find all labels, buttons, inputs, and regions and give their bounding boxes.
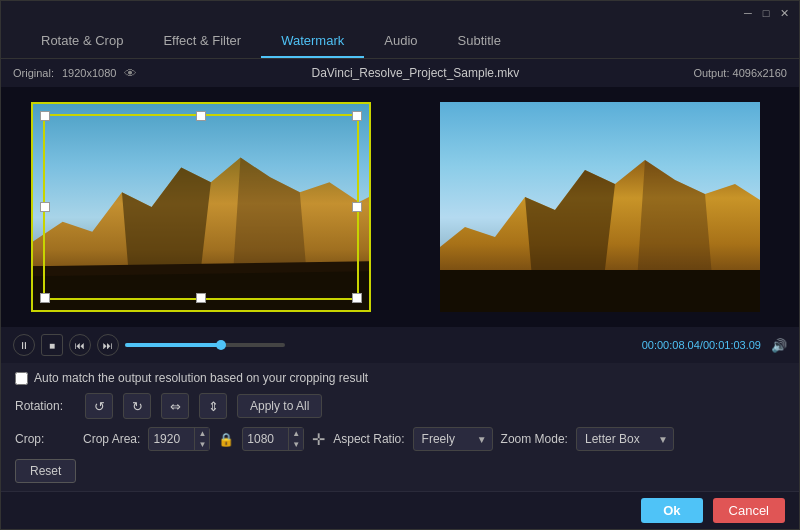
crop-handle-ml[interactable] (40, 202, 50, 212)
next-button[interactable]: ⏭ (97, 334, 119, 356)
tab-watermark[interactable]: Watermark (261, 25, 364, 58)
crop-height-input[interactable]: 1080 (243, 432, 288, 446)
crop-width-input-wrap: 1920 ▲ ▼ (148, 427, 210, 451)
tab-audio[interactable]: Audio (364, 25, 437, 58)
rotate-cw-button[interactable]: ↻ (123, 393, 151, 419)
original-label: Original: (13, 67, 54, 79)
crop-width-down[interactable]: ▼ (195, 439, 209, 450)
playback-controls: ⏸ ■ ⏮ ⏭ (13, 334, 285, 356)
crop-handle-tl[interactable] (40, 111, 50, 121)
main-window: ─ □ ✕ Rotate & Crop Effect & Filter Wate… (0, 0, 800, 530)
rotation-label: Rotation: (15, 399, 75, 413)
original-info: Original: 1920x1080 👁 (13, 66, 137, 81)
lock-icon[interactable]: 🔒 (218, 432, 234, 447)
filename: DaVinci_Resolve_Project_Sample.mkv (311, 66, 519, 80)
reset-button[interactable]: Reset (15, 459, 76, 483)
tab-subtitle[interactable]: Subtitle (438, 25, 521, 58)
crop-handle-tc[interactable] (196, 111, 206, 121)
rotate-ccw-button[interactable]: ↺ (85, 393, 113, 419)
prev-button[interactable]: ⏮ (69, 334, 91, 356)
controls-bar: ⏸ ■ ⏮ ⏭ 00:00:08.04/00:01:03.09 🔊 (1, 327, 799, 363)
crop-height-down[interactable]: ▼ (289, 439, 303, 450)
zoom-mode-select[interactable]: Letter Box Pan & Scan Full (576, 427, 674, 451)
volume-icon[interactable]: 🔊 (771, 338, 787, 353)
progress-track[interactable] (125, 343, 285, 347)
eye-icon[interactable]: 👁 (124, 66, 137, 81)
zoom-mode-label: Zoom Mode: (501, 432, 568, 446)
time-total: 00:01:03.09 (703, 339, 761, 351)
preview-area (1, 87, 799, 327)
preview-left (1, 87, 400, 327)
crop-handle-mr[interactable] (352, 202, 362, 212)
progress-fill (125, 343, 221, 347)
crop-handle-bl[interactable] (40, 293, 50, 303)
close-button[interactable]: ✕ (777, 6, 791, 20)
left-preview-image (31, 102, 371, 312)
flip-h-button[interactable]: ⇔ (161, 393, 189, 419)
original-resolution: 1920x1080 (62, 67, 116, 79)
output-label: Output: (693, 67, 729, 79)
tab-effect-filter[interactable]: Effect & Filter (143, 25, 261, 58)
reset-row: Reset (15, 459, 785, 483)
tab-rotate-crop[interactable]: Rotate & Crop (21, 25, 143, 58)
rotation-row: Rotation: ↺ ↻ ⇔ ⇕ Apply to All (15, 393, 785, 419)
progress-thumb (216, 340, 226, 350)
crop-overlay (43, 114, 359, 300)
auto-match-checkbox[interactable] (15, 372, 28, 385)
crop-width-input[interactable]: 1920 (149, 432, 194, 446)
crop-handle-br[interactable] (352, 293, 362, 303)
crop-area-label: Crop Area: (83, 432, 140, 446)
ok-button[interactable]: Ok (641, 498, 702, 523)
minimize-button[interactable]: ─ (741, 6, 755, 20)
right-preview-image (440, 102, 760, 312)
options-panel: Auto match the output resolution based o… (1, 363, 799, 491)
crop-row: Crop: Crop Area: 1920 ▲ ▼ 🔒 1080 ▲ ▼ ✛ A… (15, 427, 785, 451)
crosshair-icon[interactable]: ✛ (312, 430, 325, 449)
output-resolution: 4096x2160 (733, 67, 787, 79)
filename-bar: Original: 1920x1080 👁 DaVinci_Resolve_Pr… (1, 59, 799, 87)
cancel-button[interactable]: Cancel (713, 498, 785, 523)
zoom-mode-select-wrap: Letter Box Pan & Scan Full ▼ (576, 427, 674, 451)
stop-button[interactable]: ■ (41, 334, 63, 356)
time-current: 00:00:08.04 (642, 339, 700, 351)
crop-handle-bc[interactable] (196, 293, 206, 303)
aspect-ratio-label: Aspect Ratio: (333, 432, 404, 446)
flip-v-button[interactable]: ⇕ (199, 393, 227, 419)
crop-height-up[interactable]: ▲ (289, 428, 303, 439)
crop-height-input-wrap: 1080 ▲ ▼ (242, 427, 304, 451)
progress-bar-wrap[interactable] (125, 343, 285, 347)
auto-match-label: Auto match the output resolution based o… (34, 371, 368, 385)
tab-bar: Rotate & Crop Effect & Filter Watermark … (1, 25, 799, 59)
crop-label: Crop: (15, 432, 75, 446)
bottom-bar: Ok Cancel (1, 491, 799, 529)
crop-height-spinners: ▲ ▼ (288, 428, 303, 450)
crop-width-up[interactable]: ▲ (195, 428, 209, 439)
aspect-ratio-select-wrap: Freely 16:9 4:3 1:1 ▼ (413, 427, 493, 451)
title-bar: ─ □ ✕ (1, 1, 799, 25)
time-display: 00:00:08.04/00:01:03.09 (642, 339, 761, 351)
apply-to-all-button[interactable]: Apply to All (237, 394, 322, 418)
crop-width-spinners: ▲ ▼ (194, 428, 209, 450)
aspect-ratio-select[interactable]: Freely 16:9 4:3 1:1 (413, 427, 493, 451)
auto-match-row: Auto match the output resolution based o… (15, 371, 785, 385)
maximize-button[interactable]: □ (759, 6, 773, 20)
svg-rect-10 (440, 270, 760, 312)
preview-right (400, 87, 799, 327)
pause-button[interactable]: ⏸ (13, 334, 35, 356)
output-info: Output: 4096x2160 (693, 67, 787, 79)
crop-handle-tr[interactable] (352, 111, 362, 121)
